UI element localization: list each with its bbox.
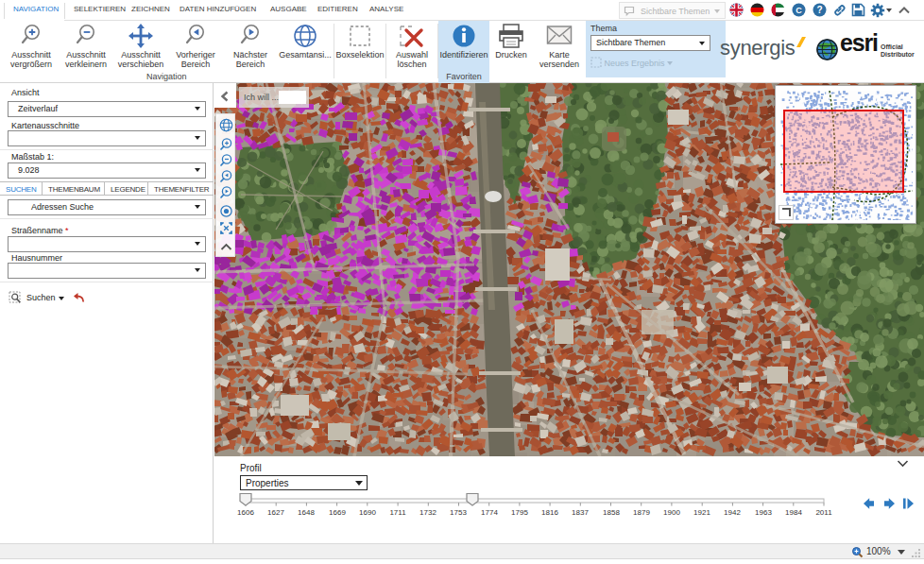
svg-text:?: ? [816, 5, 822, 15]
svg-text:C: C [796, 6, 802, 15]
